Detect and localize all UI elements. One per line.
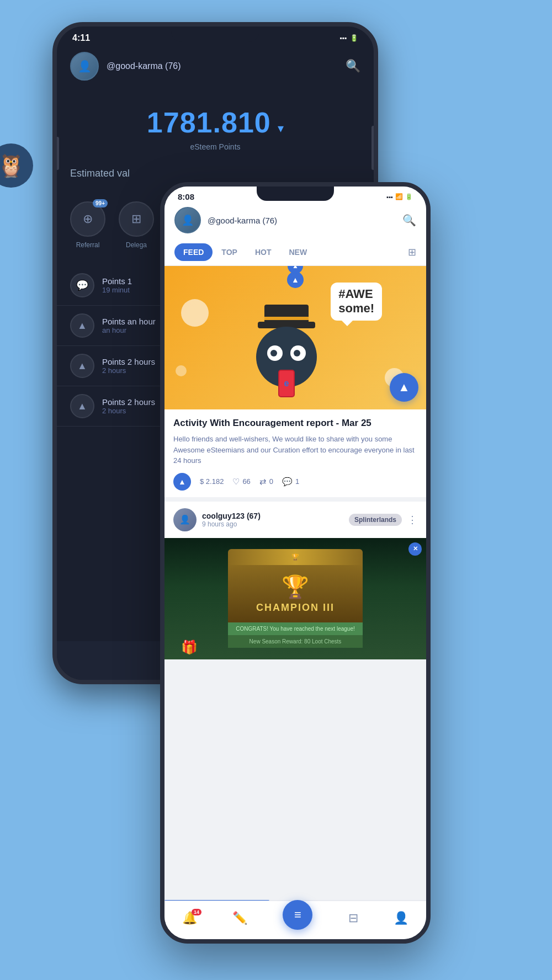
back-notch <box>171 26 259 42</box>
tab-feed[interactable]: FEED <box>174 243 213 261</box>
front-header: 👤 @good-karma (76) 🔍 <box>164 201 426 239</box>
character: e <box>242 305 331 404</box>
owl-decoration: 🦉 <box>0 143 33 188</box>
referral-action[interactable]: ⊕ 99+ Referral <box>70 201 105 249</box>
post2-meta: coolguy123 (67) 9 hours ago <box>202 512 343 528</box>
nav-edit-icon[interactable]: ✏️ <box>232 911 247 925</box>
back-header: 👤 @good-karma (76) 🔍 <box>57 43 374 89</box>
likes-count: 66 <box>242 477 250 486</box>
grid-view-icon[interactable]: ⊞ <box>408 246 416 258</box>
front-avatar[interactable]: 👤 <box>174 207 201 233</box>
heart-icon: ♡ <box>232 477 240 487</box>
nav-grid-icon[interactable]: ⊟ <box>348 911 358 925</box>
char-eye-left <box>267 345 283 361</box>
char-pupil-left <box>270 350 277 356</box>
champion-text: CHAMPION III <box>250 602 341 614</box>
post2-username: coolguy123 (67) <box>202 512 343 520</box>
notif-text-4: Points 2 hours <box>102 397 155 407</box>
referral-badge: 99+ <box>93 199 108 207</box>
side-button-right <box>371 126 374 170</box>
notif-time-2: an hour <box>102 326 156 334</box>
notif-text-3: Points 2 hours <box>102 357 155 366</box>
orb-3 <box>176 365 187 376</box>
front-battery-icon: 🔋 <box>405 193 413 200</box>
front-notch <box>257 187 334 201</box>
char-pupil-right <box>294 350 300 356</box>
front-username: @good-karma (76) <box>208 216 396 225</box>
back-search-icon[interactable]: 🔍 <box>346 59 360 73</box>
post-actions-1: ▲ $ 2.182 ♡ 66 ⇄ 0 💬 1 <box>173 473 417 491</box>
close-button[interactable]: ✕ <box>408 542 422 556</box>
feed-tabs: FEED TOP HOT NEW ⊞ <box>164 239 426 266</box>
post-value-text: $ 2.182 <box>200 477 224 486</box>
post-image-1: #AWEsome! e <box>164 266 426 409</box>
notif-time-3: 2 hours <box>102 366 155 375</box>
bottom-nav: 🔔 14 ✏️ ≡ ⊟ 👤 <box>164 901 426 939</box>
reward-bar: New Season Reward: 80 Loot Chests <box>228 635 363 648</box>
fab-menu-button[interactable]: ≡ <box>283 900 312 930</box>
balance-label: eSteem Points <box>57 142 374 151</box>
back-username: @good-karma (76) <box>107 61 338 71</box>
post2-avatar[interactable]: 👤 <box>173 508 197 531</box>
char-phone-logo: e <box>284 379 289 388</box>
referral-icon[interactable]: ⊕ 99+ <box>70 201 105 237</box>
post-excerpt-1: Hello friends and well-wishers, We would… <box>173 434 417 466</box>
post-likes: ♡ 66 <box>232 477 250 487</box>
side-button-left <box>57 137 59 170</box>
post2-time: 9 hours ago <box>202 520 343 528</box>
comments-count: 1 <box>295 477 299 486</box>
post-value: $ 2.182 <box>200 477 224 486</box>
notif-icon-4: ▲ <box>70 394 94 418</box>
char-hat-band <box>264 317 309 320</box>
notif-time-1: 19 minut <box>102 286 132 294</box>
front-dots-icon: ▪▪▪ <box>386 194 393 200</box>
front-time: 8:08 <box>178 192 194 201</box>
back-time: 4:11 <box>72 33 90 43</box>
nav-bell-icon[interactable]: 🔔 14 <box>182 911 197 925</box>
nav-profile-icon[interactable]: 👤 <box>394 911 408 925</box>
champion-box: 🏆 CHAMPION III <box>228 565 363 622</box>
post-header-2: 👤 coolguy123 (67) 9 hours ago Splinterla… <box>164 502 426 538</box>
post-content-1: Activity With Encouragement report - Mar… <box>164 409 426 497</box>
back-avatar[interactable]: 👤 <box>70 52 99 81</box>
char-eye-right <box>290 345 306 361</box>
post-shares: ⇄ 0 <box>259 477 273 487</box>
notification-badge: 14 <box>192 909 201 915</box>
tab-top[interactable]: TOP <box>213 243 246 261</box>
tab-new[interactable]: NEW <box>280 243 316 261</box>
banner-top: 🏆 <box>228 549 363 565</box>
comment-icon: 💬 <box>282 477 293 487</box>
delegate-icon[interactable]: ⊞ <box>119 201 154 237</box>
splinterlands-badge[interactable]: Splinterlands <box>349 514 402 526</box>
char-face: e <box>256 327 317 387</box>
front-search-icon[interactable]: 🔍 <box>402 214 416 227</box>
post-divider <box>164 497 426 502</box>
front-wifi-icon: 📶 <box>395 193 403 200</box>
notif-icon-3: ▲ <box>70 354 94 378</box>
notif-text-2: Points an hour <box>102 317 156 326</box>
vote-up-button-large[interactable]: ▲ <box>390 373 418 402</box>
share-icon: ⇄ <box>259 477 267 487</box>
post-comments: 💬 1 <box>282 477 299 487</box>
estimated-label: Estimated val <box>70 168 130 179</box>
trophy-icon: 🏆 <box>250 574 341 600</box>
phone-foreground: 8:08 ▪▪▪ 📶 🔋 👤 @good-karma (76) 🔍 FEED T… <box>160 182 431 944</box>
game-image: ✕ 🏆 🏆 CHAMPION III CONGRATS! You have re… <box>164 538 426 659</box>
shares-count: 0 <box>269 477 273 486</box>
post-card-1: #AWEsome! e <box>164 266 426 497</box>
notif-text-1: Points 1 <box>102 276 132 286</box>
notif-time-4: 2 hours <box>102 407 155 415</box>
congrats-bar: CONGRATS! You have reached the next leag… <box>228 622 363 635</box>
delegate-label: Delega <box>126 241 147 249</box>
scroll-up-button[interactable]: ▲ <box>287 271 304 288</box>
balance-dropdown-icon[interactable]: ▾ <box>278 121 284 135</box>
post-title-1[interactable]: Activity With Encouragement report - Mar… <box>173 417 417 429</box>
delegate-action[interactable]: ⊞ Delega <box>119 201 154 249</box>
balance-section: 1781.810 ▾ eSteem Points <box>57 89 374 157</box>
vote-button-small[interactable]: ▲ <box>173 473 191 491</box>
back-signal-icon: 🔋 <box>350 34 358 42</box>
char-phone: e <box>278 370 295 397</box>
tab-hot[interactable]: HOT <box>246 243 280 261</box>
more-options-icon[interactable]: ⋮ <box>407 514 417 526</box>
char-hat <box>264 305 309 324</box>
